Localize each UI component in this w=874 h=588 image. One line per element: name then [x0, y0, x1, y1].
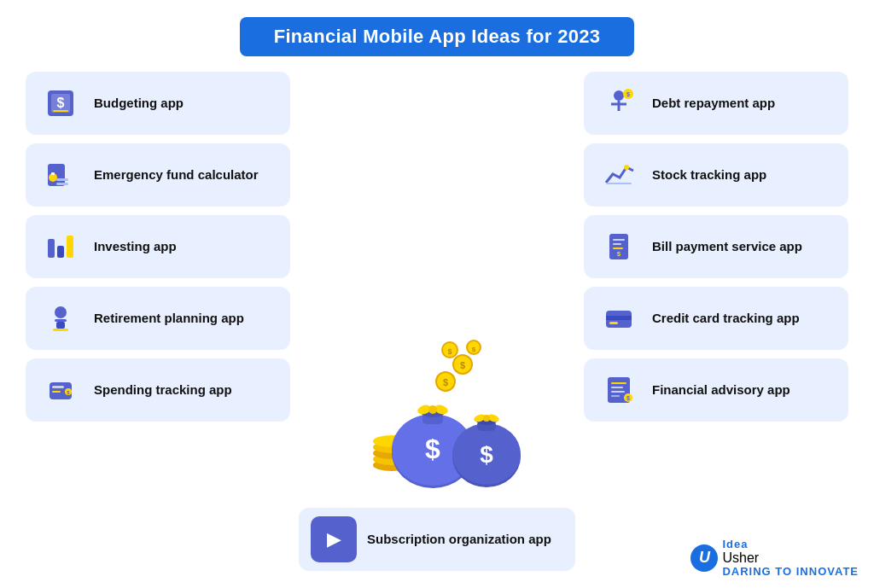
bill-payment-service-app-label: Bill payment service app: [652, 238, 802, 255]
center-column: $ $ $ $: [299, 72, 575, 571]
subscription-organization-app-label: Subscription organization app: [367, 531, 551, 548]
financial-advisory-app-label: Financial advisory app: [652, 381, 790, 399]
svg-rect-3: [53, 110, 68, 112]
svg-rect-64: [613, 247, 623, 249]
svg-rect-7: [56, 183, 68, 185]
svg-rect-72: [611, 391, 625, 393]
main-grid: $Budgeting appEmergency fund calculatorI…: [26, 72, 848, 571]
watermark-text: Idea Usher DARING TO INNOVATE: [722, 539, 859, 578]
watermark-icon: U: [690, 544, 718, 572]
stock-tracking-app-label: Stock tracking app: [652, 166, 766, 183]
emergency-fund-calculator-card: Emergency fund calculator: [26, 143, 290, 207]
credit-card-tracking-app-icon: [596, 295, 642, 341]
retirement-planning-app-icon: [38, 295, 84, 341]
retirement-planning-app-label: Retirement planning app: [94, 310, 244, 327]
budgeting-app-label: Budgeting app: [94, 95, 184, 112]
bill-payment-service-app-card: $Bill payment service app: [584, 215, 848, 278]
svg-rect-17: [52, 386, 64, 388]
spending-tracking-app-label: Spending tracking app: [94, 381, 232, 399]
money-bag-svg: $ $ $ $: [347, 320, 527, 491]
svg-rect-6: [51, 172, 55, 175]
budgeting-app-icon: $: [38, 80, 84, 126]
svg-rect-68: [609, 322, 618, 324]
svg-point-54: [614, 90, 624, 101]
svg-rect-14: [56, 322, 65, 329]
svg-rect-71: [611, 387, 623, 388]
svg-rect-13: [55, 319, 67, 322]
svg-point-33: [428, 405, 437, 414]
svg-rect-73: [611, 395, 620, 397]
investing-app-label: Investing app: [94, 238, 177, 255]
title-wrapper: Financial Mobile App Ideas for 2023: [26, 17, 848, 56]
left-column: $Budgeting appEmergency fund calculatorI…: [26, 72, 290, 571]
svg-text:$: $: [460, 360, 465, 370]
svg-text:$: $: [626, 395, 630, 402]
emergency-fund-calculator-label: Emergency fund calculator: [94, 166, 259, 183]
stock-tracking-app-icon: [596, 152, 642, 198]
svg-text:$: $: [472, 346, 476, 353]
svg-text:$: $: [626, 91, 630, 98]
subscription-organization-app-card: ▶ Subscription organization app: [299, 508, 575, 571]
svg-rect-63: [613, 243, 621, 245]
financial-advisory-app-icon: $: [596, 367, 642, 413]
investing-app-icon: [38, 224, 84, 270]
svg-point-53: [483, 415, 490, 422]
svg-text:$: $: [447, 347, 452, 356]
svg-rect-62: [613, 239, 625, 241]
debt-repayment-app-icon: $: [596, 80, 642, 126]
watermark: U Idea Usher DARING TO INNOVATE: [690, 539, 859, 578]
emergency-fund-calculator-icon: [38, 152, 84, 198]
svg-text:$: $: [425, 434, 440, 464]
svg-rect-18: [52, 391, 61, 393]
right-column: $Debt repayment appStock tracking app$Bi…: [584, 72, 848, 571]
spending-tracking-app-card: $Spending tracking app: [26, 358, 290, 422]
svg-point-12: [55, 306, 67, 318]
spending-tracking-app-icon: $: [38, 367, 84, 413]
svg-point-60: [624, 165, 629, 170]
page-title: Financial Mobile App Ideas for 2023: [274, 26, 601, 48]
svg-rect-15: [53, 329, 68, 331]
subscription-organization-app-icon: ▶: [311, 516, 357, 562]
bill-payment-service-app-icon: $: [596, 224, 642, 270]
svg-rect-70: [611, 382, 626, 384]
svg-rect-59: [606, 183, 632, 184]
stock-tracking-app-card: Stock tracking app: [584, 143, 848, 207]
investing-app-card: Investing app: [26, 215, 290, 278]
credit-card-tracking-app-label: Credit card tracking app: [652, 310, 800, 327]
financial-advisory-app-card: $Financial advisory app: [584, 358, 848, 422]
budgeting-app-card: $Budgeting app: [26, 72, 290, 135]
title-box: Financial Mobile App Ideas for 2023: [240, 17, 635, 56]
svg-text:$: $: [480, 441, 493, 468]
svg-rect-9: [48, 239, 55, 258]
debt-repayment-app-card: $Debt repayment app: [584, 72, 848, 135]
retirement-planning-app-card: Retirement planning app: [26, 287, 290, 350]
hero-illustration: $ $ $ $: [343, 320, 531, 491]
svg-rect-8: [56, 178, 68, 181]
credit-card-tracking-app-card: Credit card tracking app: [584, 287, 848, 350]
svg-text:$: $: [57, 96, 65, 110]
page-container: Financial Mobile App Ideas for 2023 $Bud…: [0, 0, 874, 588]
svg-text:$: $: [443, 377, 448, 387]
svg-rect-67: [606, 316, 632, 320]
svg-rect-10: [57, 246, 64, 258]
svg-rect-11: [67, 236, 73, 258]
debt-repayment-app-label: Debt repayment app: [652, 95, 775, 112]
svg-text:$: $: [617, 250, 621, 258]
